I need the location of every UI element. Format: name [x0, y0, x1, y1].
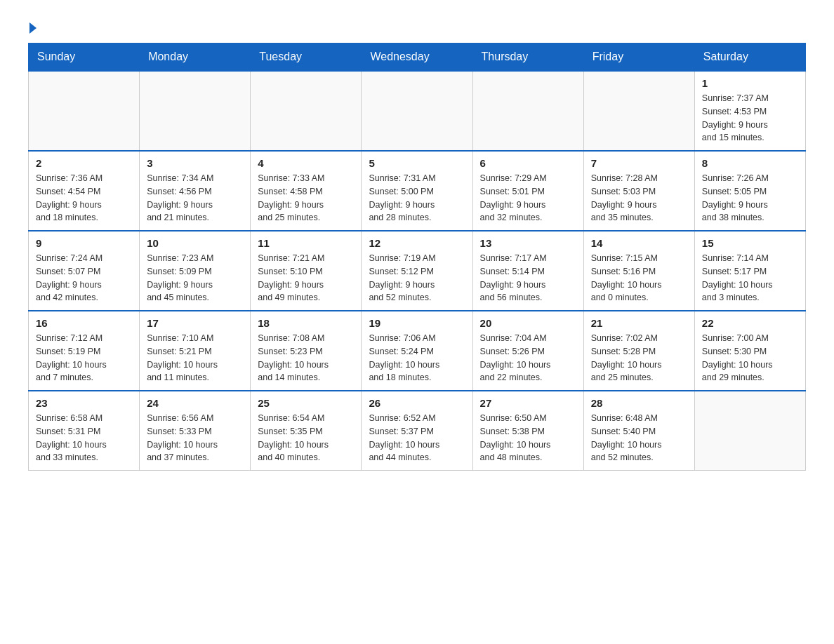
calendar-day-cell: 8Sunrise: 7:26 AM Sunset: 5:05 PM Daylig…	[694, 151, 805, 231]
day-info: Sunrise: 7:15 AM Sunset: 5:16 PM Dayligh…	[591, 252, 687, 304]
calendar-day-cell: 25Sunrise: 6:54 AM Sunset: 5:35 PM Dayli…	[251, 391, 362, 471]
calendar-day-cell: 19Sunrise: 7:06 AM Sunset: 5:24 PM Dayli…	[362, 311, 472, 391]
logo-text	[28, 21, 37, 32]
calendar-header: SundayMondayTuesdayWednesdayThursdayFrid…	[29, 43, 806, 72]
calendar-day-cell	[140, 71, 251, 151]
calendar-day-cell: 15Sunrise: 7:14 AM Sunset: 5:17 PM Dayli…	[694, 231, 805, 311]
calendar-day-cell	[251, 71, 362, 151]
day-number: 23	[36, 397, 132, 409]
day-info: Sunrise: 7:14 AM Sunset: 5:17 PM Dayligh…	[702, 252, 798, 304]
calendar-day-cell: 23Sunrise: 6:58 AM Sunset: 5:31 PM Dayli…	[29, 391, 140, 471]
day-info: Sunrise: 7:17 AM Sunset: 5:14 PM Dayligh…	[480, 252, 576, 304]
day-info: Sunrise: 6:54 AM Sunset: 5:35 PM Dayligh…	[258, 412, 354, 464]
logo	[28, 21, 37, 32]
day-number: 2	[36, 157, 132, 169]
weekday-header-wednesday: Wednesday	[362, 43, 472, 72]
weekday-header-saturday: Saturday	[694, 43, 805, 72]
day-number: 9	[36, 237, 132, 249]
day-number: 19	[369, 317, 465, 329]
weekday-header-monday: Monday	[140, 43, 251, 72]
calendar-day-cell: 16Sunrise: 7:12 AM Sunset: 5:19 PM Dayli…	[29, 311, 140, 391]
day-number: 12	[369, 237, 465, 249]
calendar-day-cell: 2Sunrise: 7:36 AM Sunset: 4:54 PM Daylig…	[29, 151, 140, 231]
day-number: 8	[702, 157, 798, 169]
day-info: Sunrise: 6:56 AM Sunset: 5:33 PM Dayligh…	[147, 412, 243, 464]
day-number: 25	[258, 397, 354, 409]
day-info: Sunrise: 7:12 AM Sunset: 5:19 PM Dayligh…	[36, 332, 132, 384]
day-info: Sunrise: 6:52 AM Sunset: 5:37 PM Dayligh…	[369, 412, 465, 464]
day-info: Sunrise: 7:06 AM Sunset: 5:24 PM Dayligh…	[369, 332, 465, 384]
day-number: 17	[147, 317, 243, 329]
calendar-day-cell: 27Sunrise: 6:50 AM Sunset: 5:38 PM Dayli…	[472, 391, 583, 471]
calendar-day-cell: 13Sunrise: 7:17 AM Sunset: 5:14 PM Dayli…	[472, 231, 583, 311]
day-info: Sunrise: 7:31 AM Sunset: 5:00 PM Dayligh…	[369, 172, 465, 224]
weekday-header-tuesday: Tuesday	[251, 43, 362, 72]
calendar-day-cell: 21Sunrise: 7:02 AM Sunset: 5:28 PM Dayli…	[583, 311, 694, 391]
calendar-day-cell: 22Sunrise: 7:00 AM Sunset: 5:30 PM Dayli…	[694, 311, 805, 391]
calendar-day-cell: 7Sunrise: 7:28 AM Sunset: 5:03 PM Daylig…	[583, 151, 694, 231]
calendar-body: 1Sunrise: 7:37 AM Sunset: 4:53 PM Daylig…	[29, 71, 806, 471]
day-number: 27	[480, 397, 576, 409]
calendar-day-cell: 18Sunrise: 7:08 AM Sunset: 5:23 PM Dayli…	[251, 311, 362, 391]
calendar-day-cell: 11Sunrise: 7:21 AM Sunset: 5:10 PM Dayli…	[251, 231, 362, 311]
calendar-table: SundayMondayTuesdayWednesdayThursdayFrid…	[28, 43, 806, 471]
weekday-header-friday: Friday	[583, 43, 694, 72]
calendar-day-cell: 26Sunrise: 6:52 AM Sunset: 5:37 PM Dayli…	[362, 391, 472, 471]
day-number: 4	[258, 157, 354, 169]
day-info: Sunrise: 7:08 AM Sunset: 5:23 PM Dayligh…	[258, 332, 354, 384]
day-number: 15	[702, 237, 798, 249]
calendar-day-cell: 24Sunrise: 6:56 AM Sunset: 5:33 PM Dayli…	[140, 391, 251, 471]
calendar-day-cell: 12Sunrise: 7:19 AM Sunset: 5:12 PM Dayli…	[362, 231, 472, 311]
calendar-week-row: 1Sunrise: 7:37 AM Sunset: 4:53 PM Daylig…	[29, 71, 806, 151]
day-info: Sunrise: 7:37 AM Sunset: 4:53 PM Dayligh…	[702, 92, 798, 145]
day-info: Sunrise: 7:21 AM Sunset: 5:10 PM Dayligh…	[258, 252, 354, 304]
day-number: 24	[147, 397, 243, 409]
day-number: 28	[591, 397, 687, 409]
calendar-day-cell	[694, 391, 805, 471]
calendar-day-cell: 20Sunrise: 7:04 AM Sunset: 5:26 PM Dayli…	[472, 311, 583, 391]
day-number: 14	[591, 237, 687, 249]
calendar-day-cell: 1Sunrise: 7:37 AM Sunset: 4:53 PM Daylig…	[694, 71, 805, 151]
day-info: Sunrise: 7:04 AM Sunset: 5:26 PM Dayligh…	[480, 332, 576, 384]
weekday-header-thursday: Thursday	[472, 43, 583, 72]
day-info: Sunrise: 6:48 AM Sunset: 5:40 PM Dayligh…	[591, 412, 687, 464]
day-info: Sunrise: 7:02 AM Sunset: 5:28 PM Dayligh…	[591, 332, 687, 384]
day-info: Sunrise: 7:33 AM Sunset: 4:58 PM Dayligh…	[258, 172, 354, 224]
calendar-day-cell	[472, 71, 583, 151]
calendar-week-row: 2Sunrise: 7:36 AM Sunset: 4:54 PM Daylig…	[29, 151, 806, 231]
calendar-day-cell: 3Sunrise: 7:34 AM Sunset: 4:56 PM Daylig…	[140, 151, 251, 231]
day-number: 5	[369, 157, 465, 169]
calendar-day-cell: 9Sunrise: 7:24 AM Sunset: 5:07 PM Daylig…	[29, 231, 140, 311]
day-number: 7	[591, 157, 687, 169]
calendar-day-cell: 5Sunrise: 7:31 AM Sunset: 5:00 PM Daylig…	[362, 151, 472, 231]
day-info: Sunrise: 7:24 AM Sunset: 5:07 PM Dayligh…	[36, 252, 132, 304]
calendar-week-row: 9Sunrise: 7:24 AM Sunset: 5:07 PM Daylig…	[29, 231, 806, 311]
day-info: Sunrise: 7:29 AM Sunset: 5:01 PM Dayligh…	[480, 172, 576, 224]
calendar-day-cell	[583, 71, 694, 151]
day-number: 26	[369, 397, 465, 409]
logo-arrow-icon	[29, 22, 37, 34]
day-info: Sunrise: 7:23 AM Sunset: 5:09 PM Dayligh…	[147, 252, 243, 304]
day-number: 16	[36, 317, 132, 329]
day-info: Sunrise: 7:00 AM Sunset: 5:30 PM Dayligh…	[702, 332, 798, 384]
day-info: Sunrise: 7:36 AM Sunset: 4:54 PM Dayligh…	[36, 172, 132, 224]
calendar-day-cell	[362, 71, 472, 151]
weekday-header-row: SundayMondayTuesdayWednesdayThursdayFrid…	[29, 43, 806, 72]
calendar-day-cell: 17Sunrise: 7:10 AM Sunset: 5:21 PM Dayli…	[140, 311, 251, 391]
calendar-day-cell: 14Sunrise: 7:15 AM Sunset: 5:16 PM Dayli…	[583, 231, 694, 311]
day-number: 3	[147, 157, 243, 169]
weekday-header-sunday: Sunday	[29, 43, 140, 72]
day-number: 13	[480, 237, 576, 249]
day-number: 10	[147, 237, 243, 249]
calendar-week-row: 23Sunrise: 6:58 AM Sunset: 5:31 PM Dayli…	[29, 391, 806, 471]
day-number: 22	[702, 317, 798, 329]
day-number: 1	[702, 77, 798, 89]
calendar-day-cell: 10Sunrise: 7:23 AM Sunset: 5:09 PM Dayli…	[140, 231, 251, 311]
day-number: 6	[480, 157, 576, 169]
calendar-day-cell: 28Sunrise: 6:48 AM Sunset: 5:40 PM Dayli…	[583, 391, 694, 471]
day-info: Sunrise: 7:28 AM Sunset: 5:03 PM Dayligh…	[591, 172, 687, 224]
day-info: Sunrise: 7:34 AM Sunset: 4:56 PM Dayligh…	[147, 172, 243, 224]
calendar-week-row: 16Sunrise: 7:12 AM Sunset: 5:19 PM Dayli…	[29, 311, 806, 391]
day-number: 18	[258, 317, 354, 329]
day-number: 20	[480, 317, 576, 329]
